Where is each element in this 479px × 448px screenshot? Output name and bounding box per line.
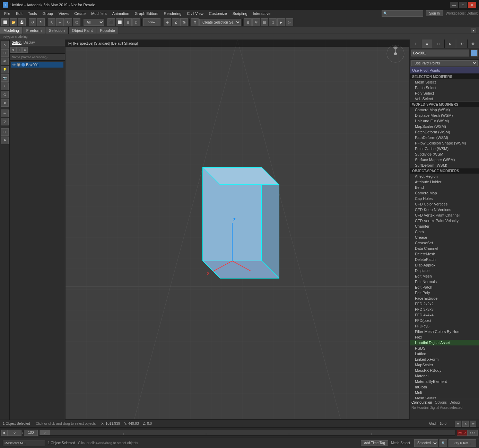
- modifier-pathdeform-wsm[interactable]: PathDeform (WSM): [410, 135, 479, 140]
- render-setup[interactable]: ⚙: [191, 18, 199, 26]
- select-filter-dropdown[interactable]: All: [84, 19, 104, 26]
- menu-views[interactable]: Views: [56, 11, 71, 16]
- menu-animation[interactable]: Animation: [110, 11, 132, 16]
- percent-snap[interactable]: %: [180, 18, 188, 26]
- houdini-tab-debug[interactable]: Debug: [450, 401, 460, 404]
- scene-sort-btn[interactable]: ↕: [16, 47, 22, 53]
- modifier-filter-mesh-colors[interactable]: Filter Mesh Colors By Hue: [410, 329, 479, 334]
- quick-render[interactable]: ▷: [286, 18, 293, 26]
- modifier-cfd-keep-n-vertices[interactable]: CFD Keep N Vertices: [410, 207, 479, 212]
- snap-status[interactable]: ⊕: [455, 421, 461, 427]
- modifier-ffd-4x4x4[interactable]: FFD 4x4x4: [410, 312, 479, 318]
- script-input[interactable]: [3, 440, 45, 446]
- modifier-data-channel[interactable]: Data Channel: [410, 246, 479, 251]
- snap-toggle[interactable]: ⊕: [164, 18, 171, 26]
- modifier-patchdeform-wsm[interactable]: PatchDeform (WSM): [410, 129, 479, 135]
- menu-tools[interactable]: Tools: [25, 11, 40, 16]
- scene-expand-btn[interactable]: ⊞: [22, 47, 28, 53]
- modifier-edit-patch[interactable]: Edit Patch: [410, 284, 479, 290]
- save-button[interactable]: 💾: [18, 18, 26, 26]
- modifier-cap-holes[interactable]: Cap Holes: [410, 196, 479, 201]
- modifier-massfx-rbody[interactable]: MassFX RBody: [410, 368, 479, 373]
- modifier-mapscaler-wsm[interactable]: MapScaler (WSM): [410, 124, 479, 129]
- undo-button[interactable]: ↺: [29, 18, 36, 26]
- modifier-mcloth[interactable]: mCloth: [410, 384, 479, 390]
- modifier-edit-normals[interactable]: Edit Normals: [410, 279, 479, 284]
- modifier-linked-xform[interactable]: Linked XForm: [410, 357, 479, 362]
- angle-snap-status[interactable]: ∠: [462, 421, 469, 427]
- modifier-bend[interactable]: Bend: [410, 185, 479, 190]
- modifier-camera-map[interactable]: Camera Map: [410, 190, 479, 196]
- angle-snap[interactable]: ∠: [172, 18, 180, 26]
- select-button[interactable]: ↖: [48, 18, 55, 26]
- render-frame[interactable]: ▶: [277, 18, 285, 26]
- auto-key-btn[interactable]: AUTO: [457, 430, 467, 436]
- tab-freeform[interactable]: Freeform: [23, 27, 46, 34]
- menu-create[interactable]: Create: [71, 11, 88, 16]
- modifier-attribute-holder[interactable]: Attribute Holder: [410, 179, 479, 185]
- modifier-houdini-digital-asset[interactable]: Houdini Digital Asset: [410, 340, 479, 345]
- houdini-tab-options[interactable]: Options: [435, 401, 446, 404]
- freeze-btn[interactable]: ❄: [1, 137, 9, 144]
- create-tab[interactable]: +: [410, 39, 421, 48]
- modifier-crease[interactable]: Crease: [410, 235, 479, 240]
- rotate-button[interactable]: ↻: [64, 18, 72, 26]
- modifier-edit-poly[interactable]: Edit Poly: [410, 290, 479, 296]
- modifier-hair-fur-wsm[interactable]: Hair and Fur (WSM): [410, 118, 479, 124]
- track-view[interactable]: ≋: [252, 18, 260, 26]
- modifier-materialbyelement[interactable]: MaterialByElement: [410, 379, 479, 384]
- hierarchy-tab[interactable]: □: [433, 39, 444, 48]
- group-button[interactable]: □: [132, 18, 140, 26]
- add-time-tag-button[interactable]: Add Time Tag: [361, 440, 388, 446]
- select-tool[interactable]: ↖: [1, 41, 9, 49]
- schematic-view[interactable]: ⊟: [261, 18, 268, 26]
- modifier-camera-map-wsm[interactable]: Camera Map (WSM): [410, 107, 479, 113]
- modifier-deletemesh[interactable]: DeleteMesh: [410, 251, 479, 257]
- scene-item-box001[interactable]: 👁 🔘 Box001: [11, 62, 63, 68]
- mat-editor[interactable]: □: [269, 18, 277, 26]
- helpers-btn[interactable]: +: [1, 82, 9, 90]
- timeline-play[interactable]: ▶: [1, 430, 8, 436]
- modifier-deletepatch[interactable]: DeletePatch: [410, 257, 479, 262]
- utilities-tab[interactable]: ⚒: [468, 39, 479, 48]
- modifier-flex[interactable]: Flex: [410, 334, 479, 340]
- houdini-tab-config[interactable]: Configuration: [411, 401, 432, 404]
- menu-group[interactable]: Group: [40, 11, 56, 16]
- modifier-hsds[interactable]: HSDS: [410, 345, 479, 351]
- search-input[interactable]: 🔍: [382, 10, 423, 17]
- menu-customize[interactable]: Customize: [206, 11, 230, 16]
- set-key-btn[interactable]: SET: [467, 430, 478, 436]
- modifier-ffd-3x3x3[interactable]: FFD 3x3x3: [410, 307, 479, 312]
- menu-file[interactable]: File: [1, 11, 13, 16]
- modifier-displace[interactable]: Displace: [410, 268, 479, 273]
- modifier-pflow-wsm[interactable]: PFlow Collision Shape (WSM): [410, 140, 479, 146]
- modifier-ffd-box[interactable]: FFD(box): [410, 318, 479, 323]
- modifier-surfdeform-wsm[interactable]: SurfDeform (WSM): [410, 162, 479, 168]
- scene-tab-display[interactable]: Display: [24, 41, 35, 45]
- modify-tab[interactable]: ≡: [421, 39, 433, 48]
- modifier-melt[interactable]: Melt: [410, 390, 479, 395]
- tab-populate[interactable]: Populate: [96, 27, 119, 34]
- align-button[interactable]: ⬜: [116, 18, 123, 26]
- redo-button[interactable]: ↻: [37, 18, 45, 26]
- viewport[interactable]: Z X [+] [Perspective] [Standard] [Defaul…: [65, 39, 410, 420]
- modifier-lattice[interactable]: Lattice: [410, 351, 479, 357]
- modifier-dropdown[interactable]: Use Pivot Points: [411, 60, 478, 66]
- tab-object-paint[interactable]: Object Paint: [69, 27, 97, 34]
- scene-tab-select[interactable]: Select: [12, 41, 21, 45]
- modifier-material[interactable]: Material: [410, 373, 479, 379]
- object-name-input[interactable]: [411, 50, 469, 56]
- camera-btn[interactable]: 📷: [1, 74, 9, 82]
- total-frames-input[interactable]: [24, 430, 38, 436]
- maximize-button[interactable]: □: [459, 2, 467, 8]
- modifier-disp-approx[interactable]: Disp Approx: [410, 262, 479, 268]
- move-button[interactable]: ✛: [56, 18, 64, 26]
- modifier-vol-select[interactable]: Vol. Select: [410, 96, 479, 102]
- modifier-patch-select[interactable]: Patch Select: [410, 85, 479, 90]
- menu-scripting[interactable]: Scripting: [230, 11, 250, 16]
- menu-civil-view[interactable]: Civil View: [184, 11, 206, 16]
- modifier-edit-mesh[interactable]: Edit Mesh: [410, 273, 479, 279]
- display-btn[interactable]: 👁: [1, 58, 9, 65]
- modifier-subdivide-wsm[interactable]: Subdivide (WSM): [410, 151, 479, 157]
- modifier-chamfer[interactable]: Chamfer: [410, 223, 479, 229]
